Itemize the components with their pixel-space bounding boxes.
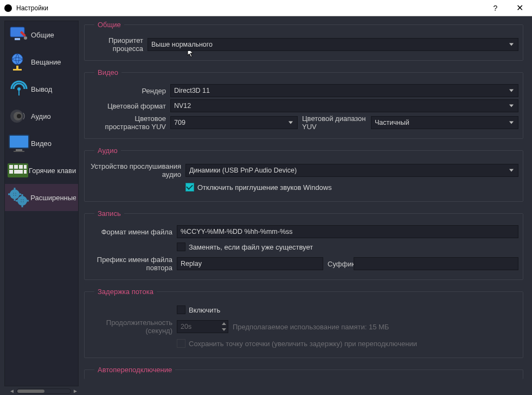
- help-button[interactable]: ?: [483, 0, 508, 16]
- gears-icon: [7, 186, 30, 209]
- sidebar-item-hotkeys[interactable]: Горячие клавиши: [5, 157, 78, 184]
- svg-rect-7: [18, 90, 20, 95]
- colorspace-select[interactable]: 709: [170, 116, 298, 129]
- svg-rect-4: [16, 66, 18, 69]
- audio-device-label: Устройство прослушивания аудио: [89, 162, 185, 179]
- sidebar-item-output[interactable]: Вывод: [5, 75, 78, 103]
- sidebar-item-label: Видео: [31, 139, 52, 148]
- colorformat-select[interactable]: NV12: [170, 99, 518, 112]
- colorformat-label: Цветовой формат: [89, 102, 170, 110]
- monitor-wrench-icon: [7, 23, 31, 47]
- svg-rect-21: [24, 170, 27, 174]
- sidebar-item-general[interactable]: Общие: [5, 21, 78, 48]
- svg-rect-13: [14, 151, 24, 152]
- svg-rect-17: [19, 165, 23, 169]
- sidebar-item-audio[interactable]: Аудио: [5, 103, 78, 130]
- group-legend: Автопереподключение: [94, 366, 175, 374]
- group-legend: Запись: [94, 209, 124, 218]
- overwrite-checkbox[interactable]: Заменять, если файл уже существует: [177, 243, 518, 251]
- sidebar-item-label: Расширенные: [30, 194, 76, 202]
- group-recording: Запись Формат имени файла Заменять, если…: [84, 209, 523, 280]
- close-button[interactable]: ✕: [508, 0, 532, 16]
- delay-duration-label: Продолжительность (секунд): [89, 318, 177, 335]
- audio-device-select[interactable]: Динамики (USB PnP Audio Device): [185, 164, 518, 177]
- sidebar-item-label: Горячие клавиши: [29, 167, 76, 175]
- scroll-left-icon[interactable]: ◄: [9, 388, 15, 394]
- delay-duration-spinbox: 20s: [177, 320, 228, 333]
- checkbox-icon: [177, 305, 185, 314]
- group-autoreconnect: Автопереподключение: [84, 366, 523, 379]
- group-legend: Задержка потока: [94, 288, 157, 296]
- speaker-icon: [7, 104, 31, 128]
- sidebar-item-video[interactable]: Видео: [5, 130, 78, 157]
- sidebar-item-label: Общие: [31, 31, 54, 39]
- svg-rect-19: [9, 170, 13, 174]
- group-video: Видео Рендер Direct3D 11 Цветовой формат…: [84, 68, 523, 139]
- group-legend: Аудио: [94, 146, 121, 155]
- window-title: Настройки: [16, 4, 483, 12]
- delay-enable-checkbox[interactable]: Включить: [177, 305, 518, 314]
- svg-rect-1: [15, 38, 20, 40]
- sidebar-item-label: Вывод: [31, 85, 52, 93]
- svg-rect-12: [16, 149, 22, 151]
- replay-prefix-input[interactable]: [177, 257, 323, 270]
- content-pane: Общие Приоритет процесса Выше нормальног…: [79, 16, 532, 395]
- group-legend: Видео: [94, 68, 121, 77]
- svg-rect-20: [14, 170, 23, 174]
- app-icon: [4, 4, 12, 12]
- replay-prefix-label: Префикс имени файла повтора: [89, 256, 177, 272]
- svg-rect-18: [24, 165, 27, 169]
- colorrange-select[interactable]: Частичный: [371, 116, 518, 129]
- sidebar-item-advanced[interactable]: Расширенные: [5, 184, 78, 211]
- replay-suffix-label: Суффикс: [323, 260, 354, 268]
- filename-format-label: Формат имени файла: [89, 228, 177, 236]
- checkbox-label: Отключить приглушение звуков Windows: [197, 183, 332, 192]
- checkbox-label: Включить: [189, 306, 220, 314]
- sidebar-item-stream[interactable]: Вещание: [5, 48, 78, 75]
- checkbox-label: Сохранить точку отсечки (увеличить задер…: [189, 340, 417, 348]
- priority-select[interactable]: Выше нормального: [148, 38, 518, 51]
- checkbox-icon: [185, 183, 194, 192]
- keyboard-icon: [7, 158, 29, 182]
- priority-label: Приоритет процесса: [89, 36, 148, 53]
- svg-rect-11: [9, 135, 29, 148]
- titlebar: Настройки ? ✕: [0, 0, 532, 16]
- delay-memory-label: Предполагаемое использование памяти: 15 …: [228, 323, 518, 331]
- svg-rect-15: [9, 165, 13, 169]
- sidebar-hscrollbar[interactable]: ◄ ►: [4, 387, 79, 395]
- checkbox-icon: [177, 243, 185, 251]
- monitor-icon: [7, 131, 31, 155]
- broadcast-icon: [7, 77, 31, 101]
- svg-point-2: [24, 36, 27, 40]
- globe-icon: [7, 50, 31, 74]
- sidebar-item-label: Вещание: [31, 58, 61, 66]
- renderer-select[interactable]: Direct3D 11: [170, 84, 518, 97]
- svg-rect-5: [13, 69, 22, 71]
- svg-point-10: [17, 114, 21, 118]
- renderer-label: Рендер: [89, 87, 170, 95]
- svg-point-3: [12, 54, 23, 65]
- sidebar: Общие Вещание Вывод Аудио: [0, 16, 79, 395]
- group-stream-delay: Задержка потока Включить Продолжительнос…: [84, 288, 523, 358]
- replay-suffix-input[interactable]: [354, 257, 518, 270]
- group-general: Общие Приоритет процесса Выше нормальног…: [84, 21, 523, 61]
- colorspace-label: Цветовое пространство YUV: [89, 114, 170, 131]
- sidebar-item-label: Аудио: [31, 112, 51, 120]
- group-audio: Аудио Устройство прослушивания аудио Дин…: [84, 146, 523, 202]
- group-legend: Общие: [94, 21, 124, 29]
- svg-rect-16: [14, 165, 18, 169]
- checkbox-label: Заменять, если файл уже существует: [189, 243, 313, 251]
- delay-preserve-checkbox: Сохранить точку отсечки (увеличить задер…: [177, 339, 518, 348]
- filename-format-input[interactable]: [177, 225, 518, 238]
- scroll-right-icon[interactable]: ►: [72, 388, 79, 394]
- disable-ducking-checkbox[interactable]: Отключить приглушение звуков Windows: [185, 183, 518, 192]
- checkbox-icon: [177, 339, 185, 348]
- colorrange-label: Цветовой диапазон YUV: [298, 114, 371, 131]
